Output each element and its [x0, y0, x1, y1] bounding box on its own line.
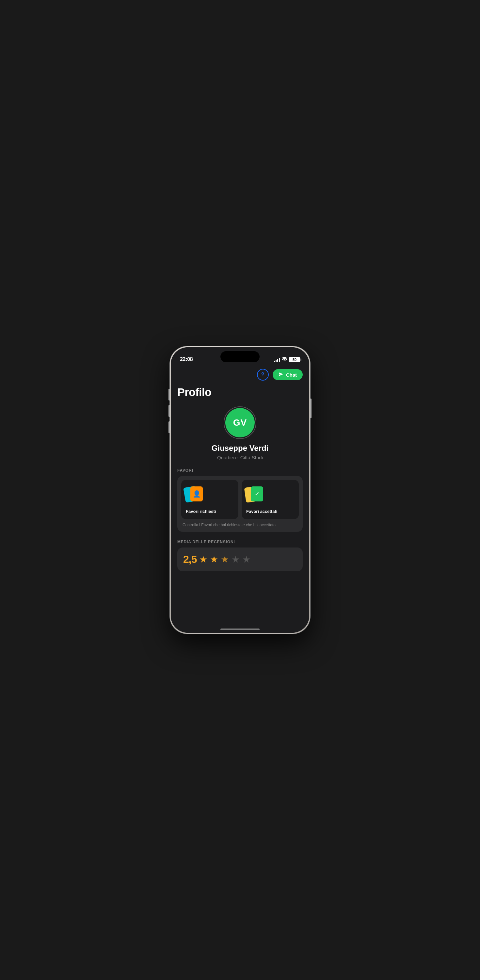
avatar-ring: GV: [224, 406, 256, 439]
star-1: ★: [199, 554, 207, 565]
top-bar: ? Chat: [177, 369, 303, 380]
battery-icon: 50: [289, 357, 300, 362]
wifi-icon: [282, 357, 287, 362]
help-button[interactable]: ?: [257, 369, 269, 380]
favori-description: Controlla i Favori che hai richiesto e c…: [181, 522, 299, 528]
person-icon: 👤: [193, 490, 201, 498]
favori-accettati-icon: ✓: [246, 486, 263, 503]
dynamic-island: [220, 351, 260, 362]
user-name: Giuseppe Verdi: [211, 444, 269, 453]
favori-richiesti-icon: 👤: [186, 486, 203, 503]
stars-row: 2,5 ★ ★ ★ ★ ★: [183, 554, 297, 565]
help-icon: ?: [261, 372, 264, 378]
avatar: GV: [225, 408, 255, 438]
status-time: 22:08: [180, 356, 193, 362]
chat-button-label: Chat: [286, 372, 297, 378]
reviews-container: 2,5 ★ ★ ★ ★ ★: [177, 547, 303, 571]
star-2: ★: [210, 554, 218, 565]
send-icon: [278, 372, 283, 378]
page-title: Profilo: [177, 386, 303, 399]
home-indicator: [220, 628, 260, 630]
avatar-section: GV Giuseppe Verdi Quartiere: Città Studi: [177, 406, 303, 460]
favori-accettati-label: Favori accettati: [246, 509, 277, 514]
favori-cards: 👤 Favori richiesti ✓: [181, 480, 299, 519]
signal-icon: [274, 357, 280, 362]
star-4: ★: [232, 554, 240, 565]
favori-richiesti-label: Favori richiesti: [186, 509, 216, 514]
user-location: Quartiere: Città Studi: [217, 455, 263, 460]
favori-richiesti-card[interactable]: 👤 Favori richiesti: [181, 480, 238, 519]
favori-section-label: FAVORI: [177, 468, 303, 473]
screen-content[interactable]: ? Chat Profilo: [171, 347, 309, 633]
star-3: ★: [221, 554, 229, 565]
reviews-section-label: MEDIA DELLE RECENSIONI: [177, 540, 303, 544]
favori-accettati-card[interactable]: ✓ Favori accettati: [242, 480, 299, 519]
phone-screen: 22:08 50: [171, 347, 309, 633]
check-badge-icon: ✓: [255, 490, 260, 498]
star-5: ★: [242, 554, 250, 565]
phone-device: 22:08 50: [170, 346, 310, 634]
avatar-initials: GV: [233, 417, 247, 428]
favori-container: 👤 Favori richiesti ✓: [177, 476, 303, 532]
chat-button[interactable]: Chat: [273, 369, 303, 380]
rating-number: 2,5: [183, 554, 197, 565]
status-icons: 50: [274, 357, 300, 362]
